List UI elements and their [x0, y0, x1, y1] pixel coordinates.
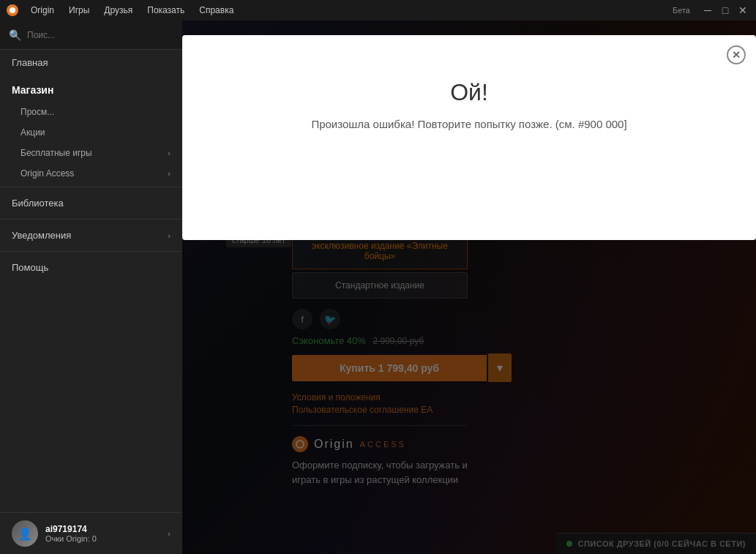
sidebar-item-library[interactable]: Библиотека [0, 190, 182, 216]
minimize-button[interactable]: ─ [700, 3, 715, 18]
title-bar-menu: Origin Игры Друзья Показать Справка [23, 0, 241, 20]
user-info: ai9719174 Очки Origin: 0 [45, 524, 160, 543]
sidebar: 🔍 Главная Магазин Просм... Акции Бесплат… [0, 20, 182, 554]
sidebar-user-profile[interactable]: 👤 ai9719174 Очки Origin: 0 › [0, 512, 182, 554]
chevron-right-icon: › [168, 529, 171, 538]
search-icon: 🔍 [9, 29, 21, 41]
beta-label: Бета [673, 6, 690, 15]
sidebar-item-origin-access[interactable]: Origin Access › [0, 163, 182, 184]
app-layout: 🔍 Главная Магазин Просм... Акции Бесплат… [0, 20, 756, 554]
dialog-message: Произошла ошибка! Повторите попытку позж… [311, 118, 626, 130]
chevron-right-icon: › [168, 231, 171, 240]
error-dialog: ✕ Ой! Произошла ошибка! Повторите попытк… [182, 35, 756, 240]
user-points: Очки Origin: 0 [45, 534, 160, 543]
avatar: 👤 [12, 520, 38, 547]
chevron-right-icon: › [168, 169, 171, 178]
menu-show[interactable]: Показать [140, 0, 192, 20]
sidebar-item-deals[interactable]: Акции [0, 122, 182, 143]
chevron-right-icon: › [168, 149, 171, 157]
dialog-overlay: ✕ Ой! Произошла ошибка! Повторите попытк… [182, 20, 756, 554]
main-content: старше 16 лет эксклюзивное издание «Элит… [182, 20, 756, 554]
sidebar-divider-2 [0, 219, 182, 220]
sidebar-item-store: Магазин [0, 75, 182, 102]
menu-help[interactable]: Справка [192, 0, 241, 20]
close-button[interactable]: ✕ [736, 3, 750, 18]
title-bar: Origin Игры Друзья Показать Справка Бета… [0, 0, 756, 20]
app-logo [6, 4, 19, 17]
username: ai9719174 [45, 524, 160, 534]
dialog-title: Ой! [450, 79, 488, 106]
menu-friends[interactable]: Друзья [97, 0, 140, 20]
restore-button[interactable]: □ [718, 3, 733, 18]
sidebar-divider [0, 187, 182, 187]
sidebar-nav: Главная Магазин Просм... Акции Бесплатны… [0, 50, 182, 512]
sidebar-item-notifications[interactable]: Уведомления › [0, 222, 182, 248]
sidebar-search-bar[interactable]: 🔍 [0, 20, 182, 50]
menu-app[interactable]: Origin [23, 0, 61, 20]
menu-games[interactable]: Игры [61, 0, 97, 20]
title-bar-controls: Бета ─ □ ✕ [673, 3, 750, 18]
dialog-close-button[interactable]: ✕ [727, 45, 746, 64]
sidebar-item-help[interactable]: Помощь [0, 255, 182, 280]
sidebar-item-browse[interactable]: Просм... [0, 102, 182, 122]
sidebar-item-free-games[interactable]: Бесплатные игры › [0, 143, 182, 163]
svg-point-1 [10, 7, 15, 13]
sidebar-divider-3 [0, 251, 182, 252]
search-input[interactable] [27, 30, 173, 40]
sidebar-item-home[interactable]: Главная [0, 50, 182, 75]
